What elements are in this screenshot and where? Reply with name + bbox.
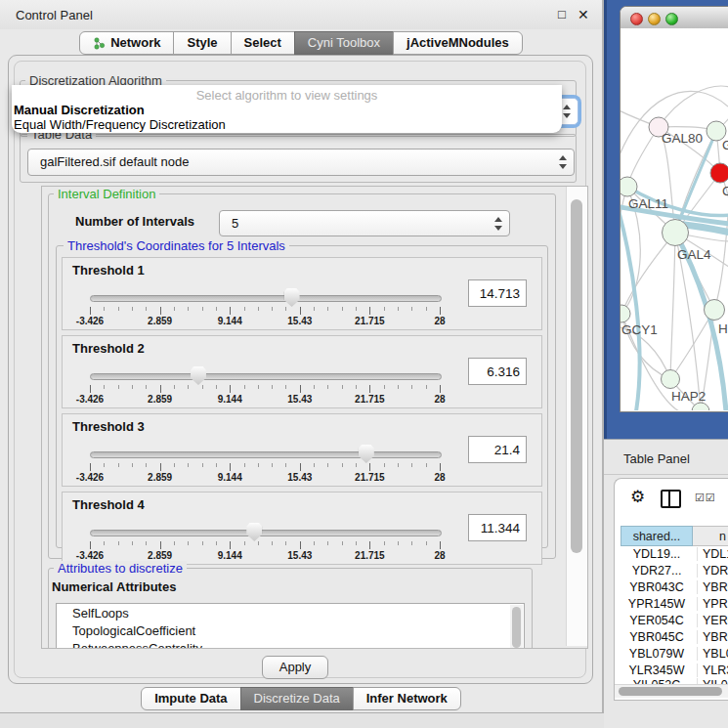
cell: YLR345W [621,664,693,677]
node-bottom[interactable] [692,403,709,410]
control-panel-titlebar: Control Panel □ ✕ [0,0,602,29]
slider-thumb[interactable] [359,445,374,463]
attributes-group-title: Attributes to discretize [54,561,187,576]
tab-cyni-toolbox-label: Cyni Toolbox [308,32,380,54]
tab-impute-data[interactable]: Impute Data [141,687,240,710]
tick-label: 15.43 [287,550,312,561]
threshold-3-slider[interactable]: -3.426 2.859 9.144 15.43 21.715 28 [90,444,440,479]
minimize-traffic-light[interactable] [648,13,661,25]
combo-stepper-icon[interactable] [562,104,571,119]
node-label-gal11: GAL11 [628,196,668,211]
slider-major-ticks [90,541,441,549]
list-item[interactable]: BetweennessCentrality [72,641,202,649]
algorithm-option-manual[interactable]: Manual Discretization [14,103,145,117]
columns-icon[interactable] [661,490,681,508]
slider-track[interactable] [90,530,442,536]
scrollbar-thumb[interactable] [619,687,722,696]
table-horizontal-scrollbar[interactable] [615,684,728,698]
tab-discretize-data[interactable]: Discretize Data [240,687,354,710]
numerical-attributes-label: Numerical Attributes [52,579,176,594]
threshold-2-value-field[interactable]: 6.316 [468,358,527,385]
threshold-3-value-field[interactable]: 21.4 [468,436,527,463]
tab-select-label: Select [244,32,281,54]
close-window-icon[interactable]: ✕ [578,7,589,22]
slider-track[interactable] [90,295,442,302]
tick-label: 21.715 [355,550,385,561]
slider-thumb[interactable] [284,288,300,307]
control-panel-window: Control Panel □ ✕ Network Style Select C… [0,0,604,713]
zoom-traffic-light[interactable] [665,13,678,25]
apply-button[interactable]: Apply [262,656,328,679]
combo-stepper-icon[interactable] [493,216,502,232]
tick-label: 21.715 [355,394,385,405]
node-gal4[interactable] [663,220,689,246]
tab-infer-network[interactable]: Infer Network [353,687,461,710]
tick-label: 2.859 [148,472,172,483]
slider-track[interactable] [90,373,442,380]
threshold-4-slider[interactable]: -3.426 2.859 9.144 15.43 21.715 28 [90,522,440,557]
gear-icon[interactable]: ⚙ [630,487,645,507]
tick-label: -3.426 [76,316,104,326]
tab-style[interactable]: Style [173,31,231,55]
tab-network[interactable]: Network [79,31,174,55]
node-label-partial-top: GA [722,138,728,152]
cell: YBR0 [697,580,728,594]
cyni-bottom-tabbar: Impute Data Discretize Data Infer Networ… [0,687,602,710]
scrollbar-thumb[interactable] [571,199,582,553]
node-hap2[interactable] [662,370,680,389]
tab-style-label: Style [187,32,217,54]
node-red[interactable] [710,163,728,183]
table-panel-card: ⚙ ☑☑ shared... n YDL19...YDL1 YDR27...YD… [614,478,728,701]
number-of-intervals-combobox[interactable]: 5 [219,210,510,236]
algorithm-dropdown-popup: Select algorithm to view settings Manual… [12,85,562,133]
tab-jactivemnodules[interactable]: jActiveMNodules [393,31,523,55]
float-window-icon[interactable]: □ [558,7,566,21]
tab-impute-data-label: Impute Data [154,688,227,709]
numerical-attributes-list[interactable]: SelfLoops TopologicalCoefficient Between… [56,603,525,649]
node-gcy1[interactable] [621,305,630,322]
algorithm-option-equal-width[interactable]: Equal Width/Frequency Discretization [14,117,226,132]
cell: YBR043C [621,580,693,594]
threshold-1-slider[interactable]: -3.426 2.859 9.144 15.43 21.715 28 [90,287,440,322]
node-gal11[interactable] [621,177,637,196]
node-h[interactable] [705,300,725,321]
list-item[interactable]: SelfLoops [72,606,129,621]
slider-track[interactable] [90,451,442,458]
tick-label: 9.144 [218,550,242,561]
threshold-4-value-field[interactable]: 11.344 [468,514,527,541]
cell: YDR2 [697,564,728,578]
tab-cyni-toolbox[interactable]: Cyni Toolbox [294,31,394,55]
interval-definition-title: Interval Definition [54,187,159,201]
tab-select[interactable]: Select [231,31,295,55]
table-data-combobox[interactable]: galFiltered.sif default node [27,149,575,176]
threshold-1-panel: Threshold 1 -3.426 2.859 9.144 15.43 21.… [62,257,542,330]
scrollbar-thumb[interactable] [512,607,521,648]
tick-label: 2.859 [148,394,172,405]
tick-label: -3.426 [76,472,104,483]
node-label-gcy1: GCY1 [621,322,658,337]
slider-thumb[interactable] [246,523,262,541]
column-header-shared[interactable]: shared... [621,526,693,546]
pane-scrollbar[interactable] [566,187,587,646]
list-item[interactable]: TopologicalCoefficient [72,623,195,638]
list-scrollbar[interactable] [510,605,523,649]
network-view-window: GAL80 GA C GAL11 GAL4 GCY1 H HAP2 [620,6,728,412]
threshold-4-panel: Threshold 4 -3.426 2.859 9.144 15.43 21.… [62,492,542,565]
threshold-1-value-field[interactable]: 14.713 [468,279,527,307]
tick-label: 15.43 [287,394,312,405]
column-header-name[interactable]: n [693,526,728,546]
tab-discretize-data-label: Discretize Data [254,688,340,709]
table-panel-title: Table Panel [623,451,690,466]
threshold-1-label: Threshold 1 [72,263,145,278]
threshold-2-slider[interactable]: -3.426 2.859 9.144 15.43 21.715 28 [90,365,440,401]
close-traffic-light[interactable] [630,13,643,25]
table-panel-titlebar: Table Panel [604,440,728,475]
threshold-2-label: Threshold 2 [72,341,145,356]
slider-major-ticks [90,463,441,471]
threshold-3-panel: Threshold 3 -3.426 2.859 9.144 15.43 21.… [62,413,542,487]
network-canvas[interactable]: GAL80 GA C GAL11 GAL4 GCY1 H HAP2 [621,28,728,410]
combo-stepper-icon[interactable] [558,154,567,170]
slider-major-ticks [90,307,441,315]
checkboxes-icon[interactable]: ☑☑ [695,492,716,504]
slider-thumb[interactable] [191,366,206,385]
